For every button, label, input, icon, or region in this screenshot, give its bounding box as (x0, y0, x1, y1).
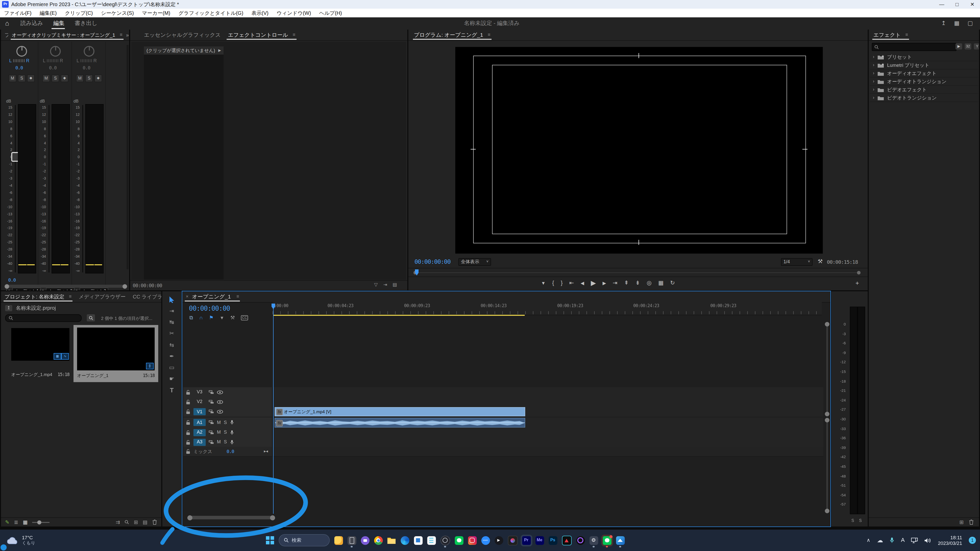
tray-chevron-up-icon[interactable]: ∧ (867, 537, 870, 543)
list-view-icon[interactable]: ≣ (14, 519, 18, 525)
folder-row-audio-effects[interactable]: › オーディオエフェクト (870, 69, 978, 78)
project-search-box[interactable] (5, 314, 82, 322)
project-item-clip[interactable]: ▦ ∿ オープニング_1.mp4 15:18 (11, 328, 69, 375)
pan-knob[interactable] (16, 46, 27, 57)
folder-row-lumetri[interactable]: › ★ Lumetri プリセット (870, 61, 978, 69)
tab-export[interactable]: 書き出し (70, 20, 103, 27)
track-name-field[interactable]: オーディオ 1 (13, 288, 41, 290)
microsoft-store-icon[interactable] (414, 536, 422, 545)
delete-icon[interactable] (969, 519, 974, 525)
track-select-tool-icon[interactable]: ⇥ (169, 308, 174, 314)
add-button-icon[interactable]: + (856, 279, 859, 287)
instagram-icon[interactable] (468, 536, 476, 545)
timeline-zoom-scrollbar[interactable] (189, 516, 272, 519)
fader-track[interactable] (48, 105, 49, 272)
settings-gear-icon[interactable]: ⚙ (589, 536, 598, 545)
zoom-icon[interactable]: zoom (481, 536, 490, 545)
panel-menu-icon[interactable]: ≡ (905, 32, 908, 38)
weather-widget[interactable]: 17°C くもり (7, 535, 35, 545)
tab-cc-libraries[interactable]: CC ライブラリ (129, 291, 161, 302)
mixer-hscrollbar[interactable] (6, 285, 124, 288)
chevron-right-icon[interactable]: › (873, 62, 874, 68)
icon-view-icon[interactable]: ▦ (23, 519, 28, 525)
lock-icon[interactable] (186, 420, 190, 425)
insert-icon[interactable]: ▦ (658, 280, 663, 286)
track-lane-a3[interactable] (272, 437, 823, 447)
delete-icon[interactable] (152, 519, 157, 525)
type-tool-icon[interactable]: T (170, 387, 174, 394)
mute-track-button[interactable]: M (217, 439, 221, 445)
toggle-output-eye-icon[interactable] (217, 390, 223, 394)
lift-icon[interactable]: ⇞ (624, 280, 628, 286)
camera-app-icon[interactable] (361, 536, 369, 545)
tab-effects[interactable]: エフェクト≡ (870, 30, 912, 40)
widgets-weather-icon[interactable] (334, 536, 343, 545)
menu-clip[interactable]: クリップ(C) (61, 10, 97, 16)
tab-media-browser[interactable]: メディアブラウザー (75, 291, 129, 302)
tab-overflow-icon[interactable]: » (126, 32, 129, 38)
pan-value[interactable]: 0.0 (49, 65, 57, 71)
tab-edit[interactable]: 編集 (48, 20, 70, 27)
tab-timeline-sequence[interactable]: × オープニング_1 ≡ (182, 291, 243, 302)
workspaces-icon[interactable]: ▦ (954, 20, 959, 27)
chevron-right-icon[interactable]: › (873, 87, 874, 92)
program-timecode[interactable]: 00:00:00:00 (414, 259, 450, 266)
fader-value[interactable]: 0.0 (8, 278, 16, 283)
timeline-video-clip[interactable]: fx オープニング_1.mp4 [V] (275, 407, 525, 416)
folder-row-video-transitions[interactable]: › ビデオトランジション (870, 94, 978, 102)
mute-button[interactable]: M (42, 75, 50, 82)
network-icon[interactable] (912, 537, 918, 543)
panel-menu-icon[interactable]: ≡ (293, 32, 296, 38)
zoom-slider[interactable] (32, 522, 49, 523)
track-target-v3[interactable]: V3 (193, 389, 206, 395)
panel-menu-icon[interactable]: ≡ (236, 294, 239, 300)
project-item-sequence-selected[interactable]: ╫ オープニング_1 15:18 (73, 325, 158, 382)
automate-to-sequence-icon[interactable]: ⇉ (116, 519, 120, 525)
writable-pencil-icon[interactable]: ✎ (5, 519, 10, 525)
track-target-a2[interactable]: A2 (193, 429, 206, 436)
maximize-button[interactable]: □ (950, 1, 965, 7)
chevron-right-icon[interactable]: › (873, 54, 874, 60)
line-notification-icon[interactable] (603, 536, 611, 545)
item-name[interactable]: オープニング_1.mp4 (11, 372, 52, 377)
creative-cloud-icon[interactable] (508, 535, 517, 545)
panel-menu-icon[interactable]: ≡ (120, 32, 123, 38)
yuv-badge-icon[interactable]: Y (974, 43, 979, 49)
track-name-field[interactable]: オーディオ 3 (80, 288, 108, 290)
fx-badge-icon[interactable]: fx (276, 420, 283, 427)
mute-button[interactable]: M (76, 75, 84, 82)
audio-app-icon[interactable] (576, 536, 585, 545)
zoom-level-dropdown[interactable]: 1/4˅ (781, 258, 813, 266)
line-icon[interactable] (455, 536, 463, 545)
hscroll-handle-right[interactable] (123, 284, 127, 289)
zoom-handle-right[interactable] (270, 515, 275, 520)
go-to-in-icon[interactable]: ⇤ (570, 280, 574, 286)
add-marker-icon[interactable]: ▼ (220, 315, 224, 321)
tray-mic-icon[interactable] (890, 537, 894, 543)
snap-magnet-icon[interactable]: ∩ (199, 315, 203, 321)
volume-icon[interactable] (924, 537, 931, 543)
phone-link-icon[interactable] (347, 536, 356, 545)
tab-project[interactable]: プロジェクト: 名称未設定≡ (1, 291, 75, 302)
export-frame-icon[interactable]: ◎ (647, 280, 652, 286)
pan-knob[interactable] (84, 46, 94, 57)
snap-keyframes-icon[interactable]: ⇥ (383, 282, 387, 288)
lock-icon[interactable] (186, 449, 190, 454)
tab-audio-clip-mixer[interactable]: オーディオクリップミキサー : オープニング_1≡ (8, 30, 126, 40)
media-encoder-icon[interactable]: Me (535, 536, 544, 545)
voiceover-mic-icon[interactable] (230, 430, 234, 435)
solo-button[interactable]: S (18, 75, 25, 82)
photoshop-icon[interactable]: Ps (549, 536, 557, 545)
lock-icon[interactable] (186, 389, 190, 395)
track-target-v2[interactable]: V2 (193, 398, 206, 405)
mixer-vscrollbar[interactable] (127, 45, 129, 269)
filter-effects-icon[interactable]: ▽ (374, 282, 378, 288)
menu-window[interactable]: ウィンドウ(W) (272, 10, 315, 16)
edge-icon[interactable] (401, 536, 409, 545)
minimize-button[interactable]: — (934, 1, 950, 7)
keyframe-button[interactable]: ◆ (61, 75, 68, 82)
razor-tool-icon[interactable]: ✂ (169, 330, 174, 337)
source-patch-icon[interactable] (209, 410, 214, 414)
track-target-a3[interactable]: A3 (193, 438, 206, 446)
panel-menu-icon[interactable]: ≡ (488, 32, 490, 38)
